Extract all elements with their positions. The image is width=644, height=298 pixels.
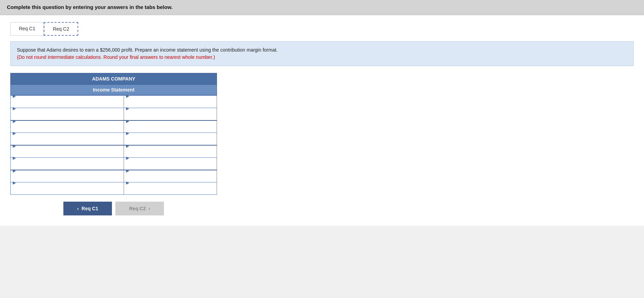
table-subtitle: Income Statement <box>10 85 217 95</box>
value-cell-5: ▶ <box>124 145 217 158</box>
table-row: ▶ ▶ <box>11 120 217 133</box>
label-cell-2: ▶ <box>11 108 124 120</box>
label-cell-6: ▶ <box>11 158 124 170</box>
arrow-icon-v4: ▶ <box>126 131 129 136</box>
arrow-icon-v6: ▶ <box>126 156 129 160</box>
arrow-icon-v7: ▶ <box>126 168 129 173</box>
arrow-icon-2: ▶ <box>13 106 16 111</box>
table-row: ▶ ▶ <box>11 182 217 195</box>
next-button-label: Req C2 <box>129 206 146 211</box>
table-row: ▶ ▶ <box>11 170 217 182</box>
value-cell-6: ▶ <box>124 158 217 170</box>
table-company-name: ADAMS COMPANY <box>10 73 217 85</box>
table-row: ▶ ▶ <box>11 158 217 170</box>
arrow-icon-8: ▶ <box>13 180 16 185</box>
label-input-8[interactable] <box>13 185 122 197</box>
table-row: ▶ ▶ <box>11 108 217 120</box>
label-cell-5: ▶ <box>11 145 124 158</box>
instruction-main-text: Suppose that Adams desires to earn a $25… <box>17 47 278 53</box>
value-cell-8: ▶ <box>124 182 217 195</box>
arrow-icon-v5: ▶ <box>126 143 129 148</box>
arrow-icon-v8: ▶ <box>126 180 129 185</box>
value-input-8[interactable] <box>126 185 215 197</box>
table-row: ▶ ▶ <box>11 96 217 108</box>
arrow-icon-7: ▶ <box>13 168 16 173</box>
arrow-icon-4: ▶ <box>13 131 16 136</box>
table-row: ▶ ▶ <box>11 133 217 145</box>
value-cell-3: ▶ <box>124 120 217 133</box>
tabs-row: Req C1 Req C2 <box>10 22 634 36</box>
income-table: ▶ ▶ ▶ <box>10 95 217 195</box>
table-row: ▶ ▶ <box>11 145 217 158</box>
value-cell-7: ▶ <box>124 170 217 182</box>
label-cell-4: ▶ <box>11 133 124 145</box>
prev-arrow-icon: ‹ <box>77 206 79 211</box>
tab-req-c1[interactable]: Req C1 <box>10 22 44 36</box>
instruction-box: Suppose that Adams desires to earn a $25… <box>10 41 634 66</box>
nav-buttons: ‹ Req C1 Req C2 › <box>10 202 217 215</box>
prev-button[interactable]: ‹ Req C1 <box>63 202 112 215</box>
prev-button-label: Req C1 <box>82 206 98 211</box>
arrow-icon-v3: ▶ <box>126 119 129 124</box>
arrow-icon-5: ▶ <box>13 143 16 148</box>
next-arrow-icon: › <box>148 206 150 211</box>
instruction-red-text: (Do not round intermediate calculations.… <box>17 54 215 60</box>
arrow-icon-v1: ▶ <box>126 94 129 98</box>
label-cell-1: ▶ <box>11 96 124 108</box>
next-button[interactable]: Req C2 › <box>115 202 164 215</box>
label-cell-7: ▶ <box>11 170 124 182</box>
value-cell-2: ▶ <box>124 108 217 120</box>
header-bar: Complete this question by entering your … <box>0 0 644 15</box>
arrow-icon-v2: ▶ <box>126 106 129 111</box>
tab-req-c2[interactable]: Req C2 <box>44 22 78 36</box>
table-container: ADAMS COMPANY Income Statement ▶ ▶ <box>10 73 217 215</box>
main-content: Req C1 Req C2 Suppose that Adams desires… <box>0 15 644 226</box>
page-container: Complete this question by entering your … <box>0 0 644 298</box>
label-cell-3: ▶ <box>11 120 124 133</box>
arrow-icon-6: ▶ <box>13 156 16 160</box>
label-cell-8: ▶ <box>11 182 124 195</box>
arrow-icon-1: ▶ <box>13 94 16 98</box>
arrow-icon-3: ▶ <box>13 119 16 124</box>
value-cell-4: ▶ <box>124 133 217 145</box>
header-title: Complete this question by entering your … <box>7 4 173 10</box>
value-cell-1: ▶ <box>124 96 217 108</box>
